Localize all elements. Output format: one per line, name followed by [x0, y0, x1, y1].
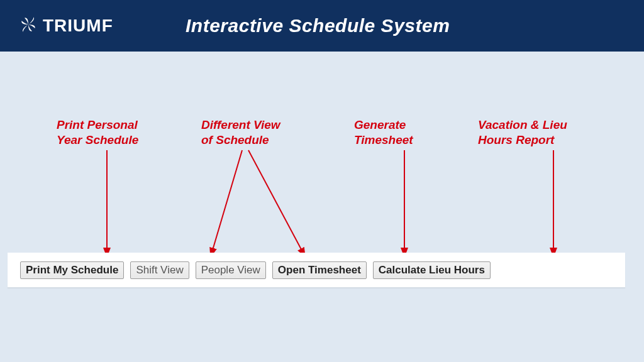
shift-view-button[interactable]: Shift View	[130, 261, 189, 279]
calculate-lieu-hours-button[interactable]: Calculate Lieu Hours	[373, 261, 491, 279]
slide-canvas: Print Personal Year Schedule Different V…	[0, 52, 644, 362]
svg-line-2	[248, 150, 305, 256]
toolbar: Print My Schedule Shift View People View…	[8, 253, 625, 287]
annotation-views: Different View of Schedule	[201, 118, 280, 148]
open-timesheet-button[interactable]: Open Timesheet	[272, 261, 367, 279]
annotation-print: Print Personal Year Schedule	[57, 118, 138, 148]
brand-text: TRIUMF	[43, 16, 113, 36]
pinwheel-icon	[19, 15, 38, 36]
annotation-lieu: Vacation & Lieu Hours Report	[478, 118, 567, 148]
svg-line-1	[211, 150, 242, 256]
print-my-schedule-button[interactable]: Print My Schedule	[20, 261, 124, 279]
brand-logo: TRIUMF	[19, 15, 113, 36]
annotation-timesheet: Generate Timesheet	[354, 118, 413, 148]
people-view-button[interactable]: People View	[196, 261, 266, 279]
header-bar: TRIUMF Interactive Schedule System	[0, 0, 644, 52]
page-title: Interactive Schedule System	[186, 15, 450, 36]
